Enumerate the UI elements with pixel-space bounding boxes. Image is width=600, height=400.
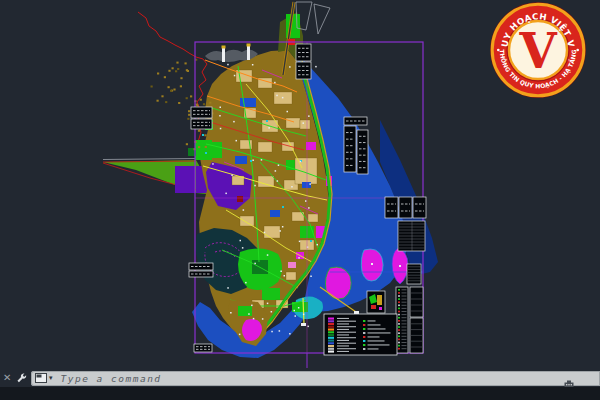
statistics-table — [398, 221, 425, 251]
close-icon[interactable]: ✕ — [3, 373, 13, 383]
wrench-icon[interactable] — [16, 372, 28, 384]
cad-application-window: QUY HOẠCH VIỆT VN THÔNG TIN QUY HOẠCH - … — [0, 0, 600, 400]
command-line-input[interactable]: ▾ Type a command — [31, 371, 600, 386]
village-texture — [151, 59, 214, 151]
inset-location-map — [367, 291, 385, 313]
command-bar-row: ✕ ▾ Type a command — [0, 369, 600, 387]
command-prompt-icon[interactable] — [35, 373, 47, 383]
west-road-and-farmland — [103, 159, 216, 197]
small-table — [407, 264, 421, 284]
right-note-boxes — [410, 287, 423, 353]
legend-strip — [396, 287, 408, 353]
quy-hoach-viet-nam-logo: QUY HOẠCH VIỆT VN THÔNG TIN QUY HOẠCH - … — [482, 0, 594, 106]
map-legend — [324, 314, 397, 355]
north-coast — [205, 44, 258, 63]
recent-commands-dropdown-icon[interactable]: ▾ — [49, 374, 53, 382]
logo-monogram: V — [518, 23, 557, 79]
status-bar — [0, 387, 600, 400]
command-placeholder: Type a command — [61, 373, 162, 384]
